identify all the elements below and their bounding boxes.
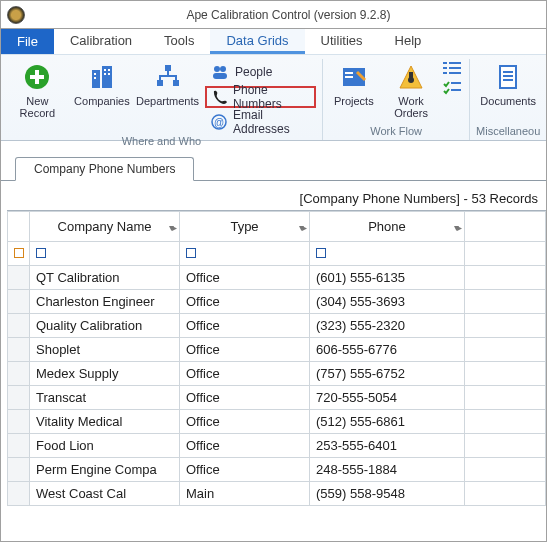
row-selector[interactable] xyxy=(8,458,30,482)
table-row[interactable]: TranscatOffice720-555-5054 xyxy=(8,386,546,410)
row-selector[interactable] xyxy=(8,482,30,506)
cell-phone[interactable]: 606-555-6776 xyxy=(310,338,465,362)
cell-type[interactable]: Office xyxy=(180,386,310,410)
svg-rect-12 xyxy=(157,80,163,86)
work-orders-button[interactable]: Work Orders xyxy=(383,59,440,121)
tab-calibration[interactable]: Calibration xyxy=(54,29,148,54)
menu-bar: File Calibration Tools Data Grids Utilit… xyxy=(1,29,546,55)
tab-help[interactable]: Help xyxy=(379,29,438,54)
cell-type[interactable]: Main xyxy=(180,482,310,506)
cell-company-name[interactable]: Vitality Medical xyxy=(30,410,180,434)
svg-rect-7 xyxy=(104,69,106,71)
documents-button[interactable]: Documents xyxy=(474,59,542,109)
row-selector[interactable] xyxy=(8,410,30,434)
table-row[interactable]: QT CalibrationOffice(601) 555-6135 xyxy=(8,266,546,290)
title-bar: Ape Calibration Control (version 9.2.8) xyxy=(1,1,546,29)
cell-type[interactable]: Office xyxy=(180,290,310,314)
table-row[interactable]: ShopletOffice606-555-6776 xyxy=(8,338,546,362)
table-row[interactable]: Food LionOffice253-555-6401 xyxy=(8,434,546,458)
new-record-label: New Record xyxy=(11,95,64,119)
cell-company-name[interactable]: West Coast Cal xyxy=(30,482,180,506)
column-header-type[interactable]: Type▾▸ xyxy=(180,212,310,242)
table-row[interactable]: West Coast CalMain(559) 558-9548 xyxy=(8,482,546,506)
cell-phone[interactable]: (512) 555-6861 xyxy=(310,410,465,434)
table-row[interactable]: Vitality MedicalOffice(512) 555-6861 xyxy=(8,410,546,434)
cell-phone[interactable]: (559) 558-9548 xyxy=(310,482,465,506)
cell-company-name[interactable]: Medex Supply xyxy=(30,362,180,386)
phone-numbers-button[interactable]: Phone Numbers xyxy=(205,86,316,108)
cell-type[interactable]: Office xyxy=(180,410,310,434)
cell-type[interactable]: Office xyxy=(180,338,310,362)
cell-company-name[interactable]: Quality Calibration xyxy=(30,314,180,338)
column-header-company-name[interactable]: Company Name▾▸ xyxy=(30,212,180,242)
filter-box-icon xyxy=(186,248,196,258)
list-small-icon[interactable] xyxy=(443,61,463,78)
companies-button[interactable]: Companies xyxy=(72,59,132,109)
cell-company-name[interactable]: Shoplet xyxy=(30,338,180,362)
cell-phone[interactable]: (304) 555-3693 xyxy=(310,290,465,314)
checklist-small-icon[interactable] xyxy=(443,81,463,98)
cell-phone[interactable]: 253-555-6401 xyxy=(310,434,465,458)
cell-phone[interactable]: (757) 555-6752 xyxy=(310,362,465,386)
row-selector[interactable] xyxy=(8,338,30,362)
row-selector[interactable] xyxy=(8,266,30,290)
row-selector[interactable] xyxy=(8,386,30,410)
svg-rect-26 xyxy=(443,67,447,69)
sort-icon[interactable]: ▾▸ xyxy=(299,221,305,232)
departments-label: Departments xyxy=(136,95,199,107)
svg-rect-31 xyxy=(451,89,461,91)
email-addresses-button[interactable]: @ Email Addresses xyxy=(205,111,316,133)
cell-type[interactable]: Office xyxy=(180,362,310,386)
cell-type[interactable]: Office xyxy=(180,266,310,290)
svg-rect-8 xyxy=(108,69,110,71)
cell-empty xyxy=(465,290,546,314)
table-row[interactable]: Perm Engine CompaOffice248-555-1884 xyxy=(8,458,546,482)
people-label: People xyxy=(235,65,272,79)
cell-phone[interactable]: (601) 555-6135 xyxy=(310,266,465,290)
new-record-button[interactable]: New Record xyxy=(5,59,70,121)
filter-company-name[interactable] xyxy=(30,242,180,266)
row-selector[interactable] xyxy=(8,314,30,338)
group-where-and-who: New Record Companies Departments xyxy=(1,59,323,140)
row-selector[interactable] xyxy=(8,290,30,314)
cell-phone[interactable]: 720-555-5054 xyxy=(310,386,465,410)
table-row[interactable]: Medex SupplyOffice(757) 555-6752 xyxy=(8,362,546,386)
departments-button[interactable]: Departments xyxy=(134,59,201,109)
cell-type[interactable]: Office xyxy=(180,434,310,458)
cell-phone[interactable]: 248-555-1884 xyxy=(310,458,465,482)
document-tab[interactable]: Company Phone Numbers xyxy=(15,157,194,181)
filter-type[interactable] xyxy=(180,242,310,266)
filter-phone[interactable] xyxy=(310,242,465,266)
people-button[interactable]: People xyxy=(205,61,316,83)
column-header-row[interactable]: Company Name▾▸ Type▾▸ Phone▾▸ xyxy=(8,212,546,242)
select-all-header[interactable] xyxy=(8,212,30,242)
table-row[interactable]: Quality CalibrationOffice(323) 555-2320 xyxy=(8,314,546,338)
column-header-phone[interactable]: Phone▾▸ xyxy=(310,212,465,242)
cell-company-name[interactable]: Food Lion xyxy=(30,434,180,458)
cell-company-name[interactable]: Perm Engine Compa xyxy=(30,458,180,482)
cell-company-name[interactable]: Charleston Engineer xyxy=(30,290,180,314)
tab-data-grids[interactable]: Data Grids xyxy=(210,29,304,54)
sort-icon[interactable]: ▾▸ xyxy=(169,221,175,232)
filter-selector[interactable] xyxy=(8,242,30,266)
cell-company-name[interactable]: QT Calibration xyxy=(30,266,180,290)
table-row[interactable]: Charleston EngineerOffice(304) 555-3693 xyxy=(8,290,546,314)
tab-tools[interactable]: Tools xyxy=(148,29,210,54)
filter-row[interactable] xyxy=(8,242,546,266)
tab-utilities[interactable]: Utilities xyxy=(305,29,379,54)
svg-rect-23 xyxy=(409,72,413,78)
row-selector[interactable] xyxy=(8,362,30,386)
svg-rect-4 xyxy=(102,66,112,88)
cell-type[interactable]: Office xyxy=(180,458,310,482)
file-menu[interactable]: File xyxy=(1,29,54,54)
cell-phone[interactable]: (323) 555-2320 xyxy=(310,314,465,338)
data-grid[interactable]: Company Name▾▸ Type▾▸ Phone▾▸ QT Calibra… xyxy=(7,211,546,506)
cell-type[interactable]: Office xyxy=(180,314,310,338)
group-misc: Documents Miscellaneou xyxy=(470,59,546,140)
cell-company-name[interactable]: Transcat xyxy=(30,386,180,410)
projects-button[interactable]: Projects xyxy=(327,59,381,109)
row-selector[interactable] xyxy=(8,434,30,458)
projects-label: Projects xyxy=(334,95,374,107)
sort-icon[interactable]: ▾▸ xyxy=(454,221,460,232)
svg-rect-13 xyxy=(173,80,179,86)
